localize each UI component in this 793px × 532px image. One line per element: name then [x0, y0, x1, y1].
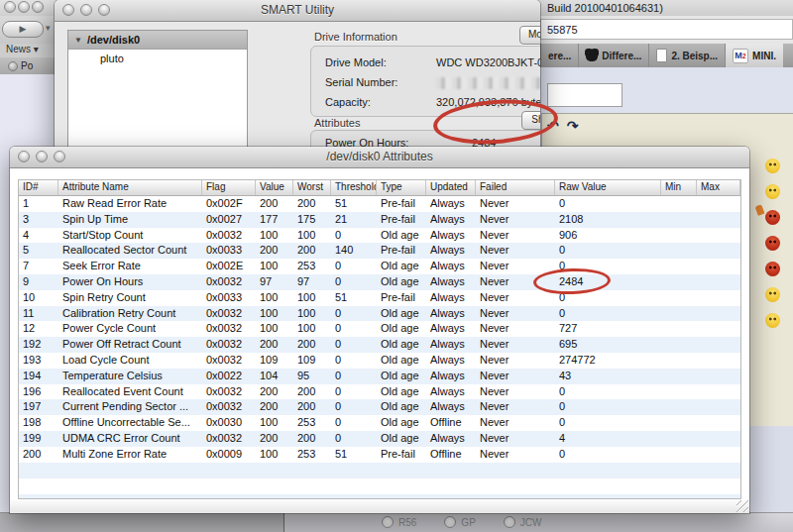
- column-header[interactable]: Failed: [476, 180, 555, 195]
- smart-titlebar[interactable]: SMART Utility: [55, 0, 540, 22]
- close-icon[interactable]: [4, 1, 16, 13]
- table-row[interactable]: 5Reallocated Sector Count0x0033200200140…: [19, 243, 740, 259]
- column-header[interactable]: Worst: [293, 180, 331, 195]
- table-cell: Raw Read Error Rate: [58, 196, 202, 212]
- text-input[interactable]: [547, 83, 623, 107]
- forward-button[interactable]: ▶: [2, 21, 44, 38]
- address-field[interactable]: 55875: [540, 19, 793, 40]
- table-row[interactable]: 7Seek Error Rate0x002E1002530Old ageAlwa…: [19, 259, 740, 274]
- table-cell: 0x0032: [202, 431, 256, 447]
- window-title: /dev/disk0 Attributes: [10, 147, 749, 167]
- table-cell: [661, 274, 697, 290]
- browser-tab[interactable]: M2MINI.: [725, 44, 783, 67]
- devil-icon[interactable]: [765, 262, 780, 276]
- minimize-icon[interactable]: [18, 1, 30, 13]
- window-bottom-edge: [10, 500, 749, 513]
- disclosure-triangle-icon[interactable]: ▼: [74, 36, 82, 45]
- table-cell: 4: [19, 228, 58, 244]
- table-cell: 0: [555, 306, 661, 322]
- table-row[interactable]: 3Spin Up Time0x002717717521Pre-failAlway…: [19, 212, 740, 228]
- table-row[interactable]: 4Start/Stop Count0x00321001000Old ageAlw…: [19, 228, 740, 244]
- drive-model-value: WDC WD3200BJKT-00F4T0: [436, 56, 540, 68]
- table-cell: Never: [476, 353, 555, 369]
- smiley-icon[interactable]: [765, 184, 780, 199]
- table-row[interactable]: 11Calibration Retry Count0x00321001000Ol…: [19, 306, 740, 322]
- background-window-title: Build 20100401064631): [547, 2, 663, 14]
- devil-icon[interactable]: [765, 236, 780, 251]
- more-info-button[interactable]: More Info: [519, 26, 540, 45]
- table-row[interactable]: 199UDMA CRC Error Count0x00322002000Old …: [19, 431, 740, 447]
- smiley-icon[interactable]: [765, 159, 780, 173]
- radio-option-r56[interactable]: R56: [382, 516, 416, 528]
- table-cell: 0: [331, 228, 377, 244]
- table-cell: 727: [555, 321, 661, 337]
- browser-tab[interactable]: Differe...: [578, 44, 648, 67]
- column-header[interactable]: Type: [377, 180, 426, 195]
- table-row[interactable]: 198Offline Uncorrectable Se...0x00301002…: [19, 415, 740, 431]
- column-header[interactable]: Attribute Name: [58, 180, 202, 195]
- wink-smiley-icon[interactable]: [765, 287, 780, 302]
- radio-icon[interactable]: [504, 516, 515, 528]
- column-header[interactable]: Min: [661, 180, 697, 195]
- table-cell: 695: [555, 337, 661, 353]
- table-cell: 100: [293, 290, 331, 306]
- radio-option-jcw[interactable]: JCW: [504, 516, 542, 528]
- column-header[interactable]: ID#: [19, 180, 58, 195]
- table-cell: [661, 431, 697, 447]
- table-cell: Reallocated Event Count: [58, 384, 202, 400]
- window-title: SMART Utility: [55, 0, 540, 21]
- table-row[interactable]: 9Power On Hours0x003297970Old ageAlwaysN…: [19, 274, 740, 290]
- table-cell: Never: [476, 415, 555, 431]
- column-header[interactable]: Flag: [202, 180, 256, 195]
- column-header[interactable]: Raw Value: [555, 180, 661, 195]
- table-cell: 0: [555, 196, 661, 212]
- drive-model-label: Drive Model:: [325, 56, 387, 68]
- table-cell: 0x0032: [202, 321, 256, 337]
- background-right-lower: [749, 426, 793, 512]
- table-cell: 12: [19, 321, 58, 337]
- table-row[interactable]: 196Reallocated Event Count0x00322002000O…: [19, 384, 740, 400]
- attributes-header-row: ID#Attribute NameFlagValueWorstThreshold…: [19, 180, 740, 196]
- column-header[interactable]: Threshold: [331, 180, 377, 195]
- table-cell: 200: [256, 431, 293, 447]
- table-cell: Always: [426, 259, 476, 274]
- redo-icon[interactable]: ↷: [567, 118, 587, 134]
- radio-icon[interactable]: [382, 516, 394, 528]
- devil-hand-icon[interactable]: [765, 210, 780, 225]
- browser-tab[interactable]: ere...: [540, 44, 578, 67]
- table-cell: Temperature Celsius: [58, 369, 202, 384]
- table-cell: [697, 399, 740, 415]
- cool-smiley-icon[interactable]: [765, 313, 780, 328]
- resize-grip[interactable]: [736, 500, 748, 512]
- table-row[interactable]: 200Multi Zone Error Rate0x000910025351Pr…: [19, 447, 740, 463]
- column-header[interactable]: Value: [256, 180, 293, 195]
- background-left-tab[interactable]: Po: [21, 60, 33, 71]
- radio-option-gp[interactable]: GP: [444, 516, 475, 528]
- news-menu[interactable]: News ▾: [6, 44, 39, 54]
- device-list-item-pluto[interactable]: pluto: [68, 50, 247, 64]
- table-cell: 97: [293, 274, 331, 290]
- table-row[interactable]: 192Power Off Retract Count0x00322002000O…: [19, 337, 740, 353]
- table-row[interactable]: 197Current Pending Sector ...0x003220020…: [19, 399, 740, 415]
- device-list-item-disk0[interactable]: ▼ /dev/disk0: [68, 31, 247, 50]
- table-cell: [661, 306, 697, 322]
- table-cell: [661, 228, 697, 244]
- table-row[interactable]: 10Spin Retry Count0x003310010051Pre-fail…: [19, 290, 740, 306]
- attributes-titlebar[interactable]: /dev/disk0 Attributes: [10, 147, 749, 168]
- table-row[interactable]: 12Power Cycle Count0x00321001000Old ageA…: [19, 321, 740, 337]
- table-row[interactable]: 1Raw Read Error Rate0x002F20020051Pre-fa…: [19, 196, 740, 212]
- zoom-icon[interactable]: [32, 1, 44, 13]
- table-cell: Old age: [377, 353, 426, 369]
- table-cell: 4: [555, 431, 661, 447]
- table-row[interactable]: 193Load Cycle Count0x00321091090Old ageA…: [19, 353, 740, 369]
- table-cell: Old age: [377, 399, 426, 415]
- table-row[interactable]: 194Temperature Celsius0x0022104950Old ag…: [19, 369, 740, 384]
- table-cell: [697, 259, 740, 274]
- browser-tab[interactable]: 2. Beisp...: [648, 44, 725, 67]
- table-cell: Always: [426, 321, 476, 337]
- radio-icon[interactable]: [444, 516, 456, 528]
- column-header[interactable]: Max: [697, 180, 740, 195]
- table-cell: 0x0027: [202, 212, 256, 228]
- column-header[interactable]: Updated: [426, 180, 476, 195]
- table-cell: 200: [256, 243, 293, 259]
